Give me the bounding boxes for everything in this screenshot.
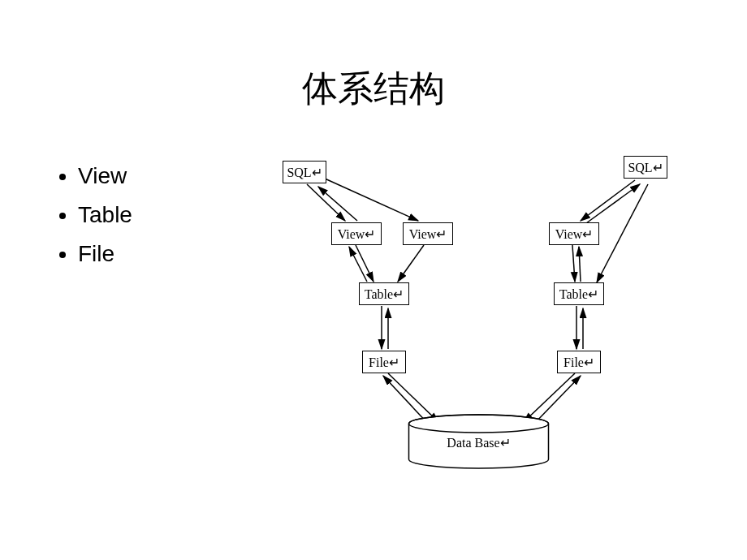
bullet-list: View Table File <box>60 159 132 276</box>
node-view-1: View↵ <box>331 222 382 245</box>
svg-line-0 <box>307 184 345 221</box>
svg-line-14 <box>579 247 581 282</box>
node-table-1: Table↵ <box>359 282 409 305</box>
architecture-diagram: SQL↵ SQL↵ View↵ View↵ View↵ Table↵ Table… <box>268 154 706 528</box>
svg-line-2 <box>318 187 357 221</box>
svg-line-4 <box>349 247 367 282</box>
svg-line-10 <box>581 180 635 221</box>
node-file-2: File↵ <box>557 351 601 373</box>
database-label: Data Base↵ <box>408 435 550 450</box>
bullet-item: Table <box>78 198 132 232</box>
node-view-3: View↵ <box>549 222 599 245</box>
node-view-2: View↵ <box>403 222 453 245</box>
node-table-2: Table↵ <box>554 282 604 305</box>
bullet-item: View <box>78 159 132 193</box>
svg-line-13 <box>572 245 575 282</box>
svg-line-11 <box>586 184 640 223</box>
diagram-arrows <box>268 154 706 528</box>
svg-line-12 <box>597 184 648 282</box>
slide-title: 体系结构 <box>0 65 747 113</box>
svg-line-5 <box>398 245 424 282</box>
node-sql-right: SQL↵ <box>624 156 667 179</box>
node-file-1: File↵ <box>362 351 406 373</box>
node-database: Data Base↵ <box>408 414 550 469</box>
node-sql-left: SQL↵ <box>283 161 326 183</box>
svg-line-3 <box>356 245 374 282</box>
bullet-item: File <box>78 237 132 271</box>
svg-line-1 <box>325 179 418 221</box>
